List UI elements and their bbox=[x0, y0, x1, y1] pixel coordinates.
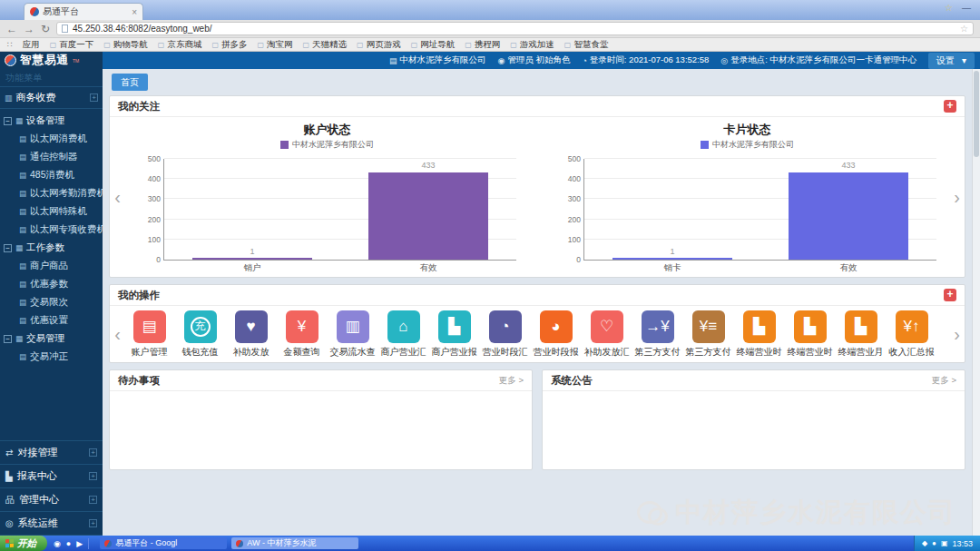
sidebar-section-4[interactable]: ◎系统运维+ bbox=[0, 511, 103, 536]
operation-tile[interactable]: →¥第三方支付 bbox=[634, 310, 681, 359]
operation-tile[interactable]: ◕营业时段报 bbox=[533, 310, 579, 359]
bookmark-item[interactable]: ▢百度一下 bbox=[50, 39, 94, 51]
operation-tile[interactable]: ▥交易流水查 bbox=[329, 310, 376, 359]
focus-title: 我的关注 bbox=[118, 100, 160, 113]
bookmark-item[interactable]: ▢网址导航 bbox=[411, 39, 456, 51]
tree-child-item[interactable]: ▤以太网特殊机 bbox=[0, 202, 103, 221]
tree-child-item[interactable]: ▤以太网考勤消费机 bbox=[0, 184, 103, 202]
collapse-icon[interactable]: − bbox=[4, 117, 12, 125]
tree-child-item[interactable]: ▤通信控制器 bbox=[0, 148, 103, 166]
operation-tile[interactable]: ¥↑收入汇总报 bbox=[888, 310, 935, 359]
add-focus-icon[interactable]: + bbox=[944, 100, 956, 113]
bookmark-item[interactable]: ▢购物导航 bbox=[103, 39, 148, 51]
sidebar-section-2[interactable]: ▙报表中心+ bbox=[0, 464, 103, 487]
expand-all-icon[interactable]: + bbox=[90, 93, 98, 102]
taskbar-window-button[interactable]: 易通平台 - Googl bbox=[100, 537, 227, 549]
start-button[interactable]: 开始 bbox=[0, 536, 47, 551]
apps-label[interactable]: 应用 bbox=[23, 39, 40, 51]
app-icon bbox=[104, 540, 112, 547]
collapse-icon[interactable]: − bbox=[4, 244, 12, 252]
bookmark-item[interactable]: ▢游戏加速 bbox=[510, 39, 554, 51]
reload-icon[interactable]: ↻ bbox=[41, 24, 50, 34]
tree-parent-item[interactable]: −▦交易管理 bbox=[0, 330, 103, 348]
carousel-left-icon[interactable]: ‹ bbox=[110, 117, 125, 277]
bookmark-item[interactable]: ▢拼多多 bbox=[211, 39, 247, 51]
tray-icon-3[interactable]: ▣ bbox=[941, 539, 948, 547]
tree-child-item[interactable]: ▤优惠参数 bbox=[0, 275, 103, 293]
expand-icon[interactable]: + bbox=[89, 472, 97, 480]
expand-icon[interactable]: + bbox=[89, 519, 97, 527]
operation-label: 终端营业月 bbox=[838, 346, 884, 359]
quick-launch-icon-1[interactable]: ◉ bbox=[54, 539, 61, 548]
operation-icon: ▙ bbox=[743, 310, 776, 343]
tree-parent-item[interactable]: −▦工作参数 bbox=[0, 239, 103, 257]
tree-child-item[interactable]: ▤优惠设置 bbox=[0, 311, 103, 330]
window-star-icon[interactable]: ☆ bbox=[945, 3, 953, 13]
operation-tile[interactable]: ¥金额查询 bbox=[279, 310, 325, 359]
operation-tile[interactable]: ◔营业时段汇 bbox=[482, 310, 528, 359]
tree-child-item[interactable]: ▤以太网消费机 bbox=[0, 130, 103, 148]
bookmark-item[interactable]: ▢京东商城 bbox=[158, 39, 202, 51]
operation-tile[interactable]: ♡补助发放汇 bbox=[583, 310, 630, 359]
operation-tile[interactable]: ▙终端营业时 bbox=[787, 310, 833, 359]
tab-close-icon[interactable]: × bbox=[132, 7, 137, 17]
operations-body: ‹ ▤账户管理充钱包充值♥补助发放¥金额查询▥交易流水查⌂商户营业汇▙商户营业报… bbox=[110, 306, 965, 362]
tray-icon-2[interactable]: ● bbox=[932, 539, 936, 547]
bookmark-star-icon[interactable]: ☆ bbox=[960, 24, 968, 34]
tree-child-item[interactable]: ▤商户商品 bbox=[0, 257, 103, 275]
scrollbar-thumb[interactable] bbox=[974, 71, 979, 157]
tree-child-item[interactable]: ▤交易冲正 bbox=[0, 348, 103, 366]
collapse-icon[interactable]: − bbox=[4, 335, 12, 343]
operation-tile[interactable]: ⌂商户营业汇 bbox=[380, 310, 426, 359]
sidebar-section-3[interactable]: 品管理中心+ bbox=[0, 487, 103, 511]
section-label: 商务收费 bbox=[16, 91, 56, 104]
sidebar-section-1[interactable]: ⇄对接管理+ bbox=[0, 440, 103, 464]
ops-left-icon[interactable]: ‹ bbox=[110, 324, 125, 345]
forward-icon[interactable]: → bbox=[24, 24, 34, 34]
add-operation-icon[interactable]: + bbox=[944, 289, 956, 301]
tree-parent-item[interactable]: −▦设备管理 bbox=[0, 112, 103, 130]
quick-launch-icon-3[interactable]: ▶ bbox=[76, 539, 83, 548]
operation-tile[interactable]: ¥≡第三方支付 bbox=[685, 310, 731, 359]
operation-label: 商户营业汇 bbox=[381, 346, 426, 359]
tree-child-item[interactable]: ▤交易限次 bbox=[0, 293, 103, 311]
operation-tile[interactable]: ▙终端营业月 bbox=[838, 310, 884, 359]
operation-tile[interactable]: ♥补助发放 bbox=[228, 310, 274, 359]
logo-icon bbox=[5, 54, 16, 66]
app-logo: 智慧易通 TM bbox=[0, 52, 103, 69]
carousel-right-icon[interactable]: › bbox=[949, 117, 965, 277]
back-icon[interactable]: ← bbox=[6, 24, 17, 34]
bookmark-item[interactable]: ▢网页游戏 bbox=[357, 39, 401, 51]
ops-right-icon[interactable]: › bbox=[949, 324, 965, 345]
operation-tile[interactable]: ▤账户管理 bbox=[126, 310, 172, 359]
bookmark-item[interactable]: ▢淘宝网 bbox=[257, 39, 292, 51]
bookmark-item[interactable]: ▢携程网 bbox=[465, 39, 500, 51]
scrollbar[interactable] bbox=[972, 69, 980, 536]
bookmark-item[interactable]: ▢智慧食堂 bbox=[564, 39, 609, 51]
page-icon: ▢ bbox=[411, 41, 418, 49]
tab-home[interactable]: 首页 bbox=[112, 74, 148, 91]
sidebar-section-business[interactable]: ▥ 商务收费 + bbox=[0, 86, 103, 109]
device-icon: ▤ bbox=[19, 316, 26, 325]
y-tick-label: 0 bbox=[576, 255, 581, 264]
browser-tab-strip: 易通平台 × ☆ — bbox=[0, 0, 980, 20]
window-minimize-icon[interactable]: — bbox=[962, 3, 971, 13]
tray-icon-1[interactable]: ◆ bbox=[922, 539, 927, 547]
notice-more-link[interactable]: 更多 > bbox=[932, 375, 956, 387]
settings-button[interactable]: 设置 ▾ bbox=[928, 53, 975, 69]
todo-more-link[interactable]: 更多 > bbox=[499, 375, 524, 387]
browser-tab[interactable]: 易通平台 × bbox=[24, 3, 143, 20]
expand-icon[interactable]: + bbox=[89, 496, 97, 504]
taskbar-window-button[interactable]: AW - 中材萍乡水泥 bbox=[231, 537, 358, 549]
operation-tile[interactable]: ▙商户营业报 bbox=[431, 310, 477, 359]
url-input[interactable]: 45.250.38.46:8082/easytong_web/ ☆ bbox=[56, 22, 974, 35]
tree-child-item[interactable]: ▤485消费机 bbox=[0, 166, 103, 184]
tree-child-item[interactable]: ▤以太网专项收费机 bbox=[0, 221, 103, 239]
expand-icon[interactable]: + bbox=[89, 448, 97, 457]
apps-grid-icon[interactable]: ∷ bbox=[7, 40, 13, 49]
tray-clock: 13:53 bbox=[952, 539, 973, 548]
operation-tile[interactable]: ▙终端营业时 bbox=[736, 310, 782, 359]
quick-launch-icon-2[interactable]: ● bbox=[66, 539, 71, 548]
operation-tile[interactable]: 充钱包充值 bbox=[177, 310, 223, 359]
bookmark-item[interactable]: ▢天猫精选 bbox=[303, 39, 348, 51]
